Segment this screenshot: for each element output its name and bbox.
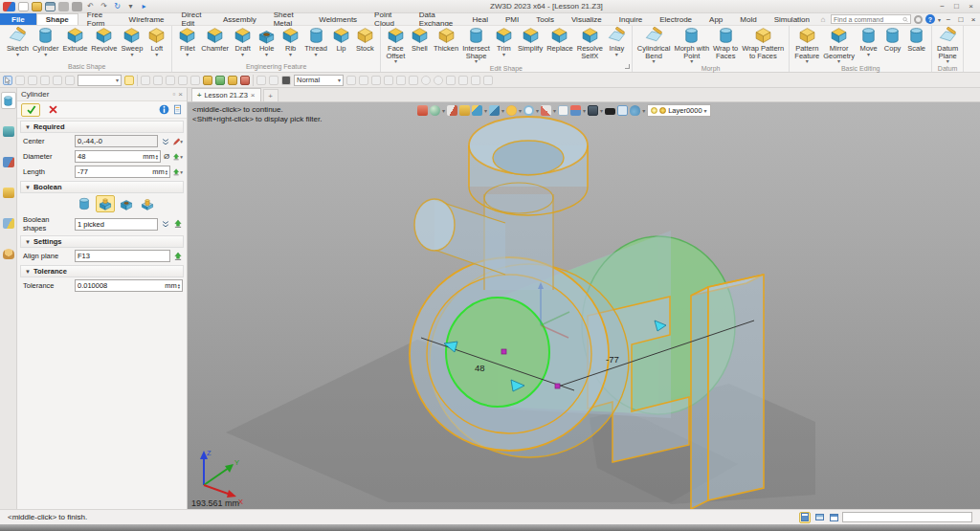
boolean-remove-button[interactable]	[117, 195, 136, 212]
multi-pick-icon[interactable]	[160, 218, 170, 230]
expression-arrow-icon[interactable]: ▾	[172, 151, 183, 163]
dropdown-arrow-icon[interactable]: ▾	[186, 53, 189, 57]
dropdown-arrow-icon[interactable]: ▾	[16, 53, 19, 57]
dropdown-arrow-icon[interactable]: ▾	[442, 107, 445, 114]
tab-visualize[interactable]: Visualize	[563, 13, 611, 25]
dropdown-arrow-icon[interactable]: ▾	[867, 53, 870, 57]
image-tab-icon[interactable]	[1, 214, 16, 232]
layer-visibility-icon[interactable]	[651, 107, 657, 114]
restore-button[interactable]: □	[950, 2, 963, 11]
quick-pick-icon[interactable]	[459, 105, 470, 116]
info-icon[interactable]	[159, 104, 169, 115]
tab-free-form[interactable]: Free Form	[78, 13, 121, 25]
tab-direct-edit[interactable]: Direct Edit	[173, 13, 215, 25]
dropdown-arrow-icon[interactable]: ▾	[241, 53, 244, 57]
diameter-field[interactable]: 48mm▴▾	[75, 150, 161, 163]
rotate-ring-icon[interactable]	[523, 105, 534, 116]
new-tab-button[interactable]: +	[263, 89, 278, 101]
ribbon-item-draft[interactable]: Draft▾	[231, 27, 255, 57]
folder-icon[interactable]	[203, 76, 212, 85]
dropdown-arrow-icon[interactable]: ▾	[600, 107, 603, 114]
draw-curve-icon[interactable]	[446, 76, 456, 85]
align-icon-3[interactable]	[166, 76, 175, 85]
tolerance-field[interactable]: 0.010008mm▴▾	[75, 279, 183, 292]
doc-minimize-button[interactable]: −	[944, 15, 953, 24]
tab-sheet-metal[interactable]: Sheet Metal	[265, 13, 311, 25]
layer-combo[interactable]: Layer0000 ▾	[647, 104, 710, 117]
ribbon-item-extrude[interactable]: Extrude▾	[60, 27, 89, 57]
dialog-collapse-icon[interactable]: ▫	[172, 90, 175, 99]
ribbon-item-morph-with-point[interactable]: Morph with Point▾	[672, 27, 711, 64]
draw-curve2-icon[interactable]	[458, 76, 468, 85]
user-tab-icon[interactable]	[1, 245, 16, 262]
dropdown-arrow-icon[interactable]: ▾	[553, 107, 556, 114]
tab-heal[interactable]: Heal	[464, 13, 497, 25]
align-icon-1[interactable]	[141, 76, 150, 85]
anchor-tab-icon[interactable]	[1, 122, 16, 140]
tab-mold[interactable]: Mold	[731, 13, 765, 25]
dropdown-arrow-icon[interactable]: ▾	[484, 107, 487, 114]
draw-rotate-icon[interactable]	[371, 76, 381, 85]
environment-icon[interactable]	[630, 105, 640, 116]
ribbon-item-intersect-shape[interactable]: Intersect Shape▾	[460, 27, 492, 64]
boolean-add-button[interactable]	[96, 195, 115, 212]
expression-arrow-icon[interactable]: ▾	[172, 166, 183, 178]
spinner[interactable]: ▴▾	[156, 154, 158, 160]
draw-circle2-icon[interactable]	[434, 76, 443, 85]
flange-plate[interactable]	[691, 275, 764, 509]
spinner[interactable]: ▴▾	[178, 283, 180, 289]
viewport[interactable]: 48 -77 Z Y X 193.561 mm <m	[188, 102, 980, 509]
pick-chart-icon[interactable]	[65, 76, 75, 85]
edit-shape-dialog-launcher[interactable]	[625, 64, 630, 69]
close-button[interactable]: ×	[965, 2, 977, 11]
help-icon[interactable]: ?	[925, 14, 935, 24]
dropdown-arrow-icon[interactable]: ▾	[615, 53, 618, 57]
dropdown-arrow-icon[interactable]: ▾	[519, 107, 522, 114]
quick-access-dropdown-icon[interactable]: ▾	[125, 2, 136, 11]
cancel-button[interactable]	[43, 103, 62, 117]
pick-cursor-icon[interactable]	[3, 76, 12, 85]
dropdown-arrow-icon[interactable]: ▾	[44, 53, 47, 57]
draw-arrow-icon[interactable]	[346, 76, 356, 85]
command-search-box[interactable]	[831, 14, 911, 24]
ribbon-item-inlay[interactable]: Inlay▾	[605, 27, 629, 57]
redo-icon[interactable]: ↷	[99, 2, 109, 11]
point-pen-icon[interactable]: ▾	[172, 136, 183, 147]
ribbon-item-cylinder[interactable]: Cylinder▾	[31, 27, 61, 57]
ribbon-item-wrap-pattern-to-faces[interactable]: Wrap Pattern to Faces▾	[740, 27, 786, 64]
ribbon-item-lip[interactable]: Lip▾	[329, 27, 353, 57]
ribbon-item-face-offset[interactable]: Face Offset▾	[384, 27, 408, 64]
ribbon-item-resolve-selfx[interactable]: Resolve SelfX▾	[575, 27, 605, 64]
ribbon-item-scale[interactable]: Scale▾	[904, 27, 928, 57]
tab-simulation[interactable]: Simulation	[766, 13, 818, 25]
section-required[interactable]: ▼Required	[20, 121, 184, 133]
customize-icon[interactable]: ▸	[139, 2, 149, 11]
minimize-button[interactable]: −	[936, 2, 948, 11]
dropdown-arrow-icon[interactable]: ▾	[536, 107, 539, 114]
align-icon-5[interactable]	[190, 76, 200, 85]
tab-wireframe[interactable]: Wireframe	[121, 13, 173, 25]
align-icon-4[interactable]	[178, 76, 188, 85]
regen-icon[interactable]: ↻	[112, 2, 122, 11]
ribbon-item-sweep[interactable]: Sweep▾	[119, 27, 145, 57]
align-icon-2[interactable]	[153, 76, 163, 85]
dropdown-arrow-icon[interactable]: ▾	[642, 107, 645, 114]
history-clock-icon[interactable]	[256, 76, 266, 85]
filter-combo[interactable]: ▾	[78, 75, 122, 86]
ribbon-item-simplify[interactable]: Simplify▾	[516, 27, 545, 57]
boolean-intersect-button[interactable]	[138, 195, 157, 212]
ok-button[interactable]	[21, 103, 40, 117]
ribbon-item-mirror-geometry[interactable]: Mirror Geometry▾	[821, 27, 857, 64]
dropdown-arrow-icon[interactable]: ▾	[501, 107, 504, 114]
remove-pick-icon[interactable]	[28, 76, 37, 85]
ribbon-item-revolve[interactable]: Revolve▾	[89, 27, 119, 57]
tab-data-exchange[interactable]: Data Exchange	[411, 13, 464, 25]
sync-icon[interactable]	[124, 76, 134, 85]
tab-assembly[interactable]: Assembly	[214, 13, 265, 25]
tab-shape[interactable]: Shape	[36, 13, 78, 25]
paint-icon[interactable]	[447, 105, 457, 116]
tab-file[interactable]: File	[0, 13, 36, 25]
texture-icon[interactable]	[228, 76, 237, 85]
ribbon-item-trim[interactable]: Trim▾	[492, 27, 516, 57]
save-icon[interactable]	[45, 2, 56, 11]
